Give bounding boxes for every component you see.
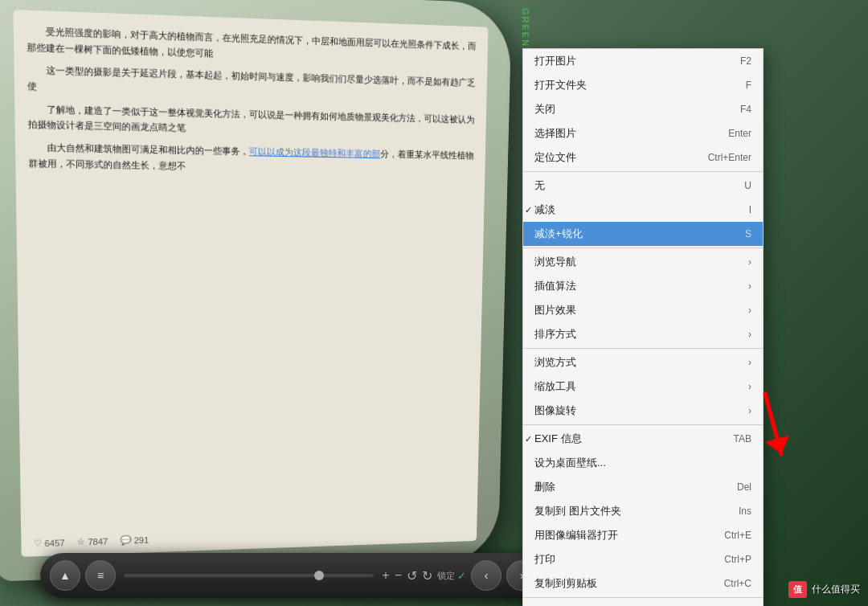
brand-label: GREEN xyxy=(521,8,530,47)
screen-text: 受光照强度的影响，对于高大的植物而言，在光照充足的情况下，中层和地面用层可以在光… xyxy=(13,10,488,196)
comment-icon: 💬 xyxy=(120,535,131,546)
menu-browse-nav-label: 浏览导航 xyxy=(534,255,576,269)
context-menu: 打开图片 F2 打开文件夹 F 关闭 F4 选择图片 Enter 定位文件 Ct… xyxy=(522,48,764,606)
screen-text-p3: 了解地，建造了一类似于这一整体视觉美化方法，可以说是一种拥有如何地质物景观美化方… xyxy=(27,101,474,142)
menu-print[interactable]: 打印 Ctrl+P xyxy=(523,547,763,571)
menu-zoom-tool-label: 缩放工具 xyxy=(534,379,576,394)
menu-set-wallpaper-label: 设为桌面壁纸... xyxy=(534,456,606,470)
lock-label: 锁定 xyxy=(437,570,455,582)
separator-5 xyxy=(523,597,763,598)
rotate-left-label: ↺ xyxy=(407,568,417,583)
toolbar-slider[interactable] xyxy=(124,574,374,577)
check-icon-exif: ✓ xyxy=(525,434,532,444)
menu-delete[interactable]: 删除 Del xyxy=(523,475,763,499)
menu-none-label: 无 xyxy=(534,178,545,193)
menu-select-image-shortcut: Enter xyxy=(728,128,751,139)
menu-interpolation[interactable]: 插值算法 › xyxy=(523,274,763,298)
menu-open-image-shortcut: F2 xyxy=(740,55,751,67)
menu-close-label: 关闭 xyxy=(534,102,555,117)
menu-open-folder-shortcut: F xyxy=(746,80,751,91)
submenu-arrow-browse-nav: › xyxy=(748,256,751,268)
stat-likes: ♡ 6457 xyxy=(34,537,65,548)
menu-print-label: 打印 xyxy=(534,552,555,567)
watermark: 值 什么值得买 xyxy=(788,581,860,598)
menu-open-editor-shortcut: Ctrl+E xyxy=(724,530,751,541)
submenu-arrow-image-effects: › xyxy=(748,305,751,316)
stat-comments: 💬 291 xyxy=(120,534,149,546)
menu-settings[interactable]: 设置 F5 xyxy=(523,600,763,606)
stat-stars: ☆ 7847 xyxy=(77,536,108,547)
eject-button[interactable]: ▲ xyxy=(50,560,80,591)
screen-text-p1: 受光照强度的影响，对于高大的植物而言，在光照充足的情况下，中层和地面用层可以在光… xyxy=(27,23,477,69)
menu-close-shortcut: F4 xyxy=(740,104,751,115)
menu-sort-order[interactable]: 排序方式 › xyxy=(523,322,763,346)
menu-fade[interactable]: ✓ 减淡 I xyxy=(523,198,763,222)
menu-fade-label: 减淡 xyxy=(534,203,555,217)
heart-icon: ♡ xyxy=(34,538,43,548)
zoom-in-label: + xyxy=(382,568,389,583)
menu-copy-to-folder-label: 复制到 图片文件夹 xyxy=(534,504,621,518)
menu-open-editor[interactable]: 用图像编辑器打开 Ctrl+E xyxy=(523,523,763,547)
menu-copy-clipboard-label: 复制到剪贴板 xyxy=(534,576,597,591)
svg-marker-1 xyxy=(764,427,792,454)
menu-locate-file[interactable]: 定位文件 Ctrl+Enter xyxy=(523,145,763,170)
separator-1 xyxy=(523,171,763,172)
menu-open-image-label: 打开图片 xyxy=(534,54,576,68)
menu-select-image[interactable]: 选择图片 Enter xyxy=(523,121,763,145)
prev-button[interactable]: ‹ xyxy=(471,560,502,591)
ereader-screen: 受光照强度的影响，对于高大的植物而言，在光照充足的情况下，中层和地面用层可以在光… xyxy=(13,10,488,557)
menu-none[interactable]: 无 U xyxy=(523,174,763,198)
submenu-arrow-zoom-tool: › xyxy=(748,381,751,392)
check-icon-fade: ✓ xyxy=(525,205,532,215)
watermark-logo: 值 xyxy=(788,581,807,598)
likes-count: 6457 xyxy=(44,538,64,548)
menu-close[interactable]: 关闭 F4 xyxy=(523,97,763,121)
menu-exif-label: EXIF 信息 xyxy=(534,432,582,446)
menu-image-rotate-label: 图像旋转 xyxy=(534,403,576,418)
menu-open-editor-label: 用图像编辑器打开 xyxy=(534,528,618,543)
separator-3 xyxy=(523,348,763,349)
menu-open-image[interactable]: 打开图片 F2 xyxy=(523,49,763,73)
rotate-right-label: ↻ xyxy=(422,568,432,583)
menu-fade-sharpen-label: 减淡+锐化 xyxy=(534,227,583,241)
menu-copy-to-folder[interactable]: 复制到 图片文件夹 Ins xyxy=(523,499,763,523)
menu-none-shortcut: U xyxy=(744,180,751,191)
menu-image-rotate[interactable]: 图像旋转 › xyxy=(523,399,763,423)
lock-area: 锁定 ✓ xyxy=(437,570,466,582)
menu-print-shortcut: Ctrl+P xyxy=(724,554,751,565)
watermark-text: 什么值得买 xyxy=(812,583,860,596)
menu-browse-mode-label: 浏览方式 xyxy=(534,355,576,370)
comments-count: 291 xyxy=(134,534,149,544)
menu-locate-file-shortcut: Ctrl+Enter xyxy=(708,152,751,163)
submenu-arrow-interpolation: › xyxy=(748,280,751,292)
bottom-toolbar: ▲ ≡ + − ↺ ↻ 锁定 ✓ ‹ › xyxy=(40,553,547,598)
menu-image-effects[interactable]: 图片效果 › xyxy=(523,298,763,322)
menu-select-image-label: 选择图片 xyxy=(534,126,576,141)
menu-fade-sharpen[interactable]: 减淡+锐化 S xyxy=(523,222,763,246)
lock-check-icon: ✓ xyxy=(457,570,466,582)
screen-text-p2: 这一类型的摄影是关于延迟片段，基本起起，初始时间与速度，影响我们们尽量少选落叶，… xyxy=(27,62,476,105)
screen-text-p4: 由大自然和建筑物图可满足和相比内的一些事务，可以以成为这段最独特和丰富的部分，着… xyxy=(28,140,474,178)
separator-2 xyxy=(523,248,763,248)
menu-browse-mode[interactable]: 浏览方式 › xyxy=(523,350,763,375)
menu-button[interactable]: ≡ xyxy=(85,560,116,591)
menu-copy-to-folder-shortcut: Ins xyxy=(739,506,751,517)
menu-delete-label: 删除 xyxy=(534,480,555,494)
menu-delete-shortcut: Del xyxy=(737,481,751,493)
menu-image-effects-label: 图片效果 xyxy=(534,303,576,317)
menu-sort-order-label: 排序方式 xyxy=(534,327,576,342)
menu-set-wallpaper[interactable]: 设为桌面壁纸... xyxy=(523,451,763,475)
menu-zoom-tool[interactable]: 缩放工具 › xyxy=(523,375,763,399)
menu-locate-file-label: 定位文件 xyxy=(534,150,576,165)
separator-4 xyxy=(523,424,763,425)
menu-fade-shortcut: I xyxy=(749,204,751,215)
submenu-arrow-sort-order: › xyxy=(748,329,751,340)
menu-open-folder[interactable]: 打开文件夹 F xyxy=(523,73,763,97)
menu-browse-nav[interactable]: 浏览导航 › xyxy=(523,250,763,274)
screen-footer: ♡ 6457 ☆ 7847 💬 291 xyxy=(34,524,466,549)
stars-count: 7847 xyxy=(88,536,108,547)
ereader-device: 受光照强度的影响，对于高大的植物而言，在光照充足的情况下，中层和地面用层可以在光… xyxy=(0,0,512,582)
menu-interpolation-label: 插值算法 xyxy=(534,279,576,293)
star-icon: ☆ xyxy=(77,537,85,547)
menu-copy-clipboard[interactable]: 复制到剪贴板 Ctrl+C xyxy=(523,571,763,596)
